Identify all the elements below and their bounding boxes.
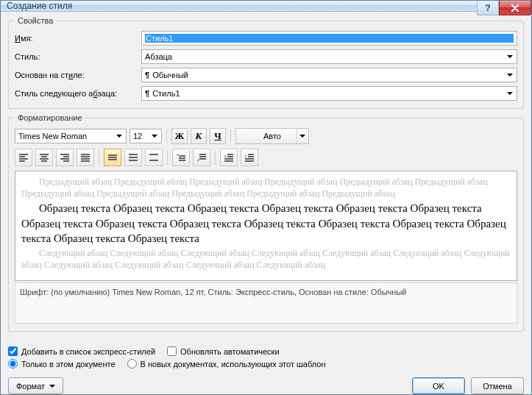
new-docs-radio[interactable]: В новых документах, использующих этот ша…	[127, 359, 326, 369]
line-spacing-1-5-button[interactable]	[124, 149, 142, 166]
chevron-down-icon	[297, 129, 307, 143]
italic-button[interactable]: К	[191, 128, 207, 144]
options-area: Добавить в список экспресс-стилей Обновл…	[8, 346, 524, 371]
preview-prev-text: Предыдущий абзац Предыдущий абзац Предыд…	[21, 176, 511, 199]
formatting-group: Форматирование Times New Roman 12 Ж К Ч …	[8, 113, 524, 332]
chevron-down-icon	[504, 51, 516, 63]
decrease-indent-button[interactable]	[220, 149, 238, 166]
increase-indent-button[interactable]	[241, 149, 258, 166]
style-type-combo[interactable]: Абзаца	[141, 49, 517, 64]
preview-sample-text: Образец текста Образец текста Образец те…	[21, 201, 511, 246]
help-button[interactable]: ?	[477, 1, 499, 15]
close-button[interactable]	[499, 1, 531, 15]
based-on-value: Обычный	[152, 71, 188, 79]
separator	[230, 129, 231, 143]
style-type-value: Абзаца	[145, 52, 172, 61]
font-size-value: 12	[133, 132, 142, 140]
formatting-legend: Форматирование	[15, 113, 85, 122]
preview-next-text: Следующий абзац Следующий абзац Следующи…	[21, 247, 511, 271]
preview-pane: Предыдущий абзац Предыдущий абзац Предыд…	[15, 171, 517, 281]
font-name-combo[interactable]: Times New Roman	[15, 129, 127, 143]
separator	[99, 150, 99, 165]
name-label: Имя:	[15, 34, 138, 43]
chevron-down-icon	[149, 130, 160, 142]
space-before-decrease-button[interactable]	[193, 149, 210, 166]
pilcrow-icon: ¶	[145, 71, 149, 79]
font-name-value: Times New Roman	[18, 132, 87, 140]
next-para-combo[interactable]: ¶ Стиль1	[141, 86, 517, 101]
line-spacing-2-button[interactable]	[145, 149, 163, 166]
align-left-button[interactable]	[15, 149, 32, 166]
based-on-combo[interactable]: ¶ Обычный	[141, 68, 517, 82]
ok-button[interactable]: OK	[412, 377, 465, 394]
cancel-button[interactable]: Отмена	[471, 377, 524, 394]
properties-group: Свойства Имя: Стиль: Абзаца Основан на с…	[8, 16, 524, 109]
underline-button[interactable]: Ч	[210, 128, 226, 144]
next-para-value: Стиль1	[152, 89, 180, 98]
chevron-down-icon	[504, 88, 516, 99]
style-description: Шрифт: (по умолчанию) Times New Roman, 1…	[15, 282, 517, 324]
space-before-increase-button[interactable]	[172, 149, 190, 166]
line-spacing-1-button[interactable]	[104, 149, 121, 166]
format-menu-button[interactable]: Формат	[8, 377, 63, 394]
based-on-label: Основан на стиле:	[15, 71, 138, 79]
style-type-label: Стиль:	[15, 52, 138, 61]
chevron-down-icon	[49, 385, 55, 388]
chevron-down-icon	[113, 130, 125, 142]
font-size-combo[interactable]: 12	[130, 129, 162, 143]
bold-button[interactable]: Ж	[171, 128, 188, 144]
name-input[interactable]	[141, 31, 517, 46]
properties-legend: Свойства	[15, 16, 56, 25]
titlebar: Создание стиля ?	[1, 1, 531, 12]
separator	[167, 150, 168, 165]
chevron-down-icon	[504, 69, 516, 81]
pilcrow-icon: ¶	[145, 89, 149, 98]
separator	[166, 129, 167, 143]
separator	[215, 150, 216, 165]
font-color-value: Авто	[263, 132, 281, 140]
align-justify-button[interactable]	[77, 149, 94, 166]
font-color-button[interactable]: Авто	[235, 128, 309, 144]
only-this-doc-radio[interactable]: Только в этом документе	[8, 359, 116, 369]
auto-update-checkbox[interactable]: Обновлять автоматически	[167, 346, 280, 356]
align-right-button[interactable]	[56, 149, 74, 166]
next-para-label: Стиль следующего абзаца:	[15, 89, 138, 98]
add-quickstyles-checkbox[interactable]: Добавить в список экспресс-стилей	[8, 346, 155, 356]
window-title: Создание стиля	[7, 1, 72, 11]
align-center-button[interactable]	[35, 149, 53, 166]
